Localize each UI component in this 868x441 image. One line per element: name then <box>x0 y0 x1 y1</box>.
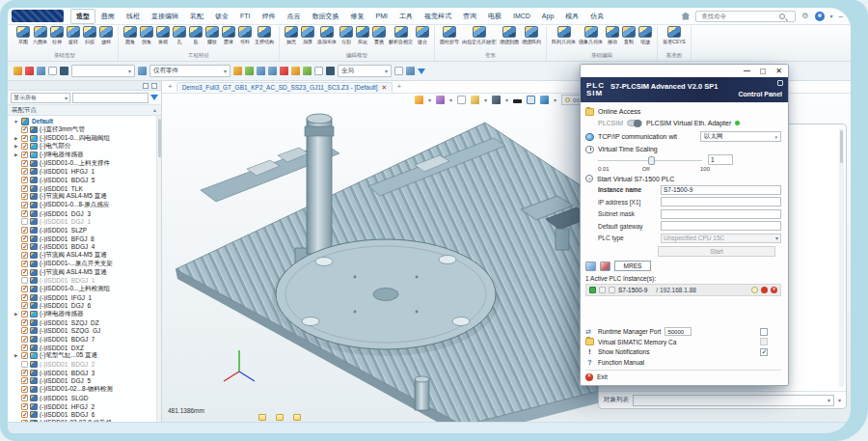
pause-instances-button[interactable] <box>585 262 596 271</box>
minimize-icon[interactable] <box>744 70 750 71</box>
visibility-checkbox[interactable] <box>21 227 28 234</box>
tree-item[interactable]: (-)ISDD01_DGJ_1 <box>8 218 161 227</box>
tree-item[interactable]: (-)直径3mm气管 <box>8 125 161 134</box>
select-point-icon[interactable] <box>280 67 288 75</box>
instance-stop-icon[interactable] <box>609 287 615 293</box>
visibility-checkbox[interactable] <box>21 319 28 326</box>
tree-item[interactable]: (-)ISDD01-0...上料支撑件 <box>8 159 161 168</box>
tree-item[interactable]: (-)ISDD01_DGJ_3 <box>8 209 161 218</box>
sort-icon[interactable]: ▲ <box>152 107 157 113</box>
tree-item[interactable]: (-)ISDD01_SLGD <box>8 394 161 402</box>
visibility-checkbox[interactable] <box>21 403 28 410</box>
visibility-checkbox[interactable] <box>21 185 28 192</box>
tree-item[interactable]: (-)节流阀 ASL4-M5 直通 <box>8 268 161 277</box>
gear-icon[interactable]: ⚙ <box>801 13 808 20</box>
ribbon-tool[interactable]: 基准CSYS <box>662 26 687 44</box>
tcpip-combo[interactable]: 以太网▾ <box>700 131 781 142</box>
visibility-checkbox[interactable] <box>21 370 28 376</box>
menu-item[interactable]: 修复 <box>345 9 370 24</box>
tree-item[interactable]: (-)ISDD01_DXZ <box>8 344 161 352</box>
notifications-checkbox[interactable] <box>760 348 768 356</box>
remove-instance-icon[interactable] <box>771 287 777 293</box>
visibility-checkbox[interactable] <box>21 269 28 276</box>
function-manual-link[interactable]: Function Manual <box>598 359 644 366</box>
ribbon-tool[interactable]: 草图 <box>15 26 31 44</box>
visibility-checkbox[interactable] <box>21 152 28 158</box>
chevron-down-icon[interactable]: ▾ <box>830 13 833 19</box>
ribbon-tool[interactable]: 简化 <box>355 26 370 44</box>
start-button[interactable]: Start <box>658 246 775 257</box>
magnet-icon[interactable] <box>326 67 335 75</box>
visibility-checkbox[interactable] <box>21 277 28 284</box>
erase-tool-icon[interactable] <box>25 67 34 75</box>
menu-item[interactable]: 工具 <box>393 9 419 24</box>
filter-parts-combo[interactable]: 仅有零件▾ <box>149 65 231 77</box>
ribbon-tool[interactable]: 缝合 <box>415 26 430 44</box>
visibility-checkbox[interactable] <box>21 336 28 343</box>
ribbon-tool[interactable]: 阵列几何体 <box>551 26 577 44</box>
start-virtual-section[interactable]: Start Virtual S7-1500 PLC <box>585 175 781 182</box>
menu-item[interactable]: 曲面 <box>95 9 121 24</box>
ribbon-tool[interactable]: 由指定点开始变形 <box>461 26 498 44</box>
tree-item[interactable]: (-)ISDD01-0...四电磁阀组 <box>8 134 161 143</box>
field-input[interactable] <box>661 221 781 231</box>
show-all-combo[interactable]: 显示所有▾ <box>11 93 70 103</box>
ribbon-tool[interactable]: 复制 <box>621 26 637 44</box>
menu-item[interactable]: FTI <box>234 10 257 22</box>
ribbon-tool[interactable]: 缠绕到面 <box>499 26 520 44</box>
ribbon-tool[interactable]: 分割 <box>339 26 354 44</box>
selection-combo[interactable]: ▾ <box>71 65 135 77</box>
menu-item[interactable]: PMI <box>370 10 393 22</box>
exit-row[interactable]: Exit <box>585 372 781 383</box>
visibility-checkbox[interactable] <box>21 261 28 267</box>
scope-combo[interactable]: 全局▾ <box>338 65 392 77</box>
object-list-filter-icon[interactable]: ▾ <box>838 397 841 403</box>
runtime-port-input[interactable]: 50000 <box>665 327 692 336</box>
sketch-tool-icon[interactable] <box>14 67 22 75</box>
visibility-checkbox[interactable] <box>21 302 28 309</box>
expand-icon[interactable] <box>14 353 19 358</box>
zoom-extents-icon[interactable] <box>457 96 466 104</box>
ribbon-tool[interactable]: 旋转 <box>66 26 81 44</box>
slider-thumb[interactable] <box>648 156 655 165</box>
orientation-icon[interactable] <box>436 96 445 104</box>
menu-item[interactable]: 装配 <box>184 9 209 24</box>
tree-item[interactable]: (-)ISDD01-0...8-原点感应 <box>8 201 161 209</box>
tree-item[interactable]: (-)ISDD01_SZQG_GJ <box>8 327 161 336</box>
tree-root[interactable]: Default <box>8 117 161 125</box>
tree-item[interactable]: (-)节流阀 ASL4-M5 直通 <box>8 193 161 202</box>
ribbon-tool[interactable]: 移动 <box>605 26 620 44</box>
visibility-checkbox[interactable] <box>21 377 28 384</box>
visibility-checkbox[interactable] <box>21 193 28 200</box>
select-vertex-icon[interactable] <box>257 67 265 75</box>
ribbon-tool[interactable]: 支撑结构 <box>254 26 275 44</box>
ribbon-tool[interactable]: 筋 <box>188 26 203 44</box>
palette-icon[interactable] <box>291 67 300 75</box>
tree-item[interactable]: (-)ISDD01_BDGJ_6 <box>8 410 161 419</box>
visibility-checkbox[interactable] <box>21 202 28 208</box>
tree-item[interactable]: (-)节流阀 ASL4-M5 直通 <box>8 251 161 260</box>
circle-tool-icon[interactable] <box>48 67 57 75</box>
tree-item[interactable]: (-)ISDD01_TLK <box>8 184 161 193</box>
picture-tool-icon[interactable] <box>37 67 45 75</box>
visibility-checkbox[interactable] <box>21 160 28 167</box>
tree-item[interactable]: (-)ISDD01_BDGJ_1 <box>8 276 161 285</box>
visibility-checkbox[interactable] <box>21 286 28 292</box>
ribbon-tool[interactable]: 镜像几何体 <box>578 26 604 44</box>
select-face-icon[interactable] <box>233 67 242 75</box>
ribbon-tool[interactable]: 解析自相交 <box>388 26 414 44</box>
section-view-icon[interactable] <box>471 96 479 104</box>
visibility-checkbox[interactable] <box>21 361 28 368</box>
tree-item[interactable]: (-)ISDD01_BDGJ_3 <box>8 369 161 377</box>
close-icon[interactable]: ✕ <box>775 68 782 75</box>
globe-filter-icon[interactable] <box>138 67 147 75</box>
power-off-icon[interactable] <box>761 287 768 293</box>
ribbon-tool[interactable]: 孔 <box>172 26 187 44</box>
ribbon-tool[interactable]: 拉伸 <box>49 26 65 44</box>
tree-column-header[interactable]: 装配节点 ▲ <box>8 105 161 116</box>
visibility-checkbox[interactable] <box>21 243 28 250</box>
stop-instances-button[interactable] <box>600 262 610 271</box>
ribbon-tool[interactable]: 圆角 <box>122 26 138 44</box>
visibility-checkbox[interactable] <box>21 345 28 351</box>
tree-item[interactable]: (-)笔型气缸...05 直通 <box>8 352 161 361</box>
